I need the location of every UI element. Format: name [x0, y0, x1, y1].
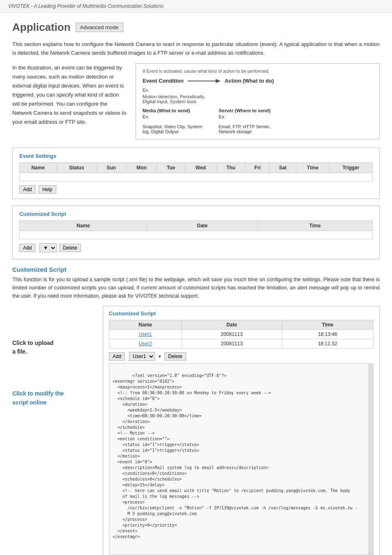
event-table-empty-row: [20, 173, 373, 181]
customized-script-table-title: Customized Script: [19, 211, 373, 217]
col-mon: Mon: [126, 162, 157, 173]
left-col-text: In the illustration, an event can be tri…: [12, 63, 127, 139]
main-content: Application Advanced mode This section e…: [0, 13, 392, 555]
script-detail-delete-button[interactable]: Delete: [164, 352, 186, 361]
col-tue: Tue: [157, 162, 185, 173]
script-detail-add-button[interactable]: Add: [109, 352, 125, 361]
script-detail-buttons: Add User1 User2 ▼ Delete: [109, 352, 374, 361]
media-items: Snapshot, Video Clip, System log, Digita…: [143, 119, 202, 134]
col-name: Name: [20, 162, 57, 173]
event-settings-title: Event Settings: [19, 153, 373, 159]
click-upload-label: Click to upload a file.: [12, 339, 95, 357]
customized-script-description: This function is for you to upload a sam…: [12, 275, 380, 300]
ex-label: Ex.: [143, 88, 373, 92]
script-row-time: 18:11:32: [282, 339, 373, 348]
code-content: <?xml version="1.0" encoding="UTF-8"?> <…: [113, 373, 357, 539]
col-thu: Thu: [217, 162, 246, 173]
col-fri: Fri: [245, 162, 270, 173]
page-title: Application: [12, 21, 71, 34]
script-row-time: 18:13:46: [282, 329, 373, 339]
event-settings-buttons: Add Help: [19, 185, 373, 194]
big-diagram-section: Click to upload a file. Click to modify …: [12, 306, 380, 555]
event-settings-box: Event Settings Name Status Sun Mon Tue W…: [12, 148, 380, 199]
title-row: Application Advanced mode: [12, 21, 380, 34]
script-row-name[interactable]: User1: [109, 329, 182, 339]
server-ex: Ex.: [219, 114, 270, 119]
scroll-bar[interactable]: [368, 364, 373, 555]
action-label: Action (What to do): [225, 78, 274, 84]
event-add-button[interactable]: Add: [19, 185, 35, 194]
server-items: Email, FTP, HTTP Server, Network storage: [219, 119, 270, 134]
event-settings-table: Name Status Sun Mon Tue Wed Thu Fri Sat …: [19, 162, 373, 181]
intro-paragraph-1: This section explains how to configure t…: [12, 40, 380, 58]
ex-items: Motion detection, Periodically, Digital …: [143, 94, 373, 104]
customized-script-heading: Customized Script: [12, 266, 380, 273]
media-col: Media (What to send) Ex. Snapshot, Video…: [143, 108, 202, 134]
script-data-row: User12008111318:13:46: [109, 329, 374, 339]
event-table-header-row: Name Status Sun Mon Tue Wed Thu Fri Sat …: [20, 162, 373, 173]
script-col-name: Name: [20, 220, 147, 231]
detail-col-name: Name: [109, 320, 182, 329]
col-sat: Sat: [270, 162, 296, 173]
script-add-button[interactable]: Add: [19, 244, 35, 252]
script-select[interactable]: ▼: [39, 243, 57, 252]
detail-col-time: Time: [282, 320, 373, 329]
media-label: Media (What to send): [143, 108, 202, 113]
arrow-icon: [188, 77, 221, 85]
click-modify-label: Click to modify the script online: [12, 389, 95, 407]
code-area[interactable]: <?xml version="1.0" encoding="UTF-8"?> <…: [109, 363, 374, 555]
script-detail-header: Name Date Time: [109, 320, 374, 329]
customized-script-table: Name Date Time: [19, 220, 373, 239]
media-ex: Ex.: [143, 114, 202, 119]
script-col-date: Date: [147, 220, 258, 231]
col-trigger: Trigger: [330, 162, 373, 173]
script-data-row: User22008111318:11:32: [109, 339, 374, 348]
col-wed: Wed: [185, 162, 216, 173]
customized-script-box: Customized Script Name Date Time Add ▼ D…: [12, 206, 380, 259]
intro-paragraph-2: In the illustration, an event can be tri…: [12, 65, 126, 125]
script-row-date: 20081113: [182, 329, 282, 339]
detail-col-date: Date: [182, 320, 282, 329]
script-col-time: Time: [258, 220, 373, 231]
col-time: Time: [296, 162, 330, 173]
script-row-date: 20081113: [182, 339, 282, 348]
select-arrow-icon: ▼: [157, 354, 162, 359]
diagram-box: If Event is activated, cause what kind o…: [136, 63, 380, 139]
script-table-header-row: Name Date Time: [20, 220, 373, 231]
col-status: Status: [57, 162, 97, 173]
svg-marker-1: [216, 79, 221, 83]
server-col: Server (Where to send) Ex. Email, FTP, H…: [219, 108, 270, 134]
header-text: VIVOTEK - A Leading Provider of Multimed…: [8, 3, 164, 9]
script-detail-table: Name Date Time User12008111318:13:46User…: [109, 320, 374, 349]
script-row-name[interactable]: User2: [109, 339, 182, 348]
event-condition-row: Event Condition Action (What to do): [143, 77, 373, 85]
script-table-buttons: Add ▼ Delete: [19, 243, 373, 252]
event-help-button[interactable]: Help: [39, 185, 56, 194]
script-box-title: Customized Script: [109, 310, 374, 317]
media-server-row: Media (What to send) Ex. Snapshot, Video…: [143, 108, 373, 134]
two-col-section: In the illustration, an event can be tri…: [12, 63, 380, 139]
event-condition-label: Event Condition: [143, 78, 184, 84]
col-sun: Sun: [97, 162, 126, 173]
script-box-container: Customized Script Name Date Time User120…: [103, 306, 380, 555]
if-event-text: If Event is activated, cause what kind o…: [143, 69, 373, 74]
script-detail-select[interactable]: User1 User2: [129, 352, 155, 361]
advanced-mode-button[interactable]: Advanced mode: [76, 23, 123, 32]
left-labels: Click to upload a file. Click to modify …: [12, 306, 95, 555]
server-label: Server (Where to send): [219, 108, 270, 113]
header-bar: VIVOTEK - A Leading Provider of Multimed…: [0, 0, 392, 13]
script-delete-button[interactable]: Delete: [59, 244, 81, 252]
script-table-empty-row: [20, 231, 373, 239]
